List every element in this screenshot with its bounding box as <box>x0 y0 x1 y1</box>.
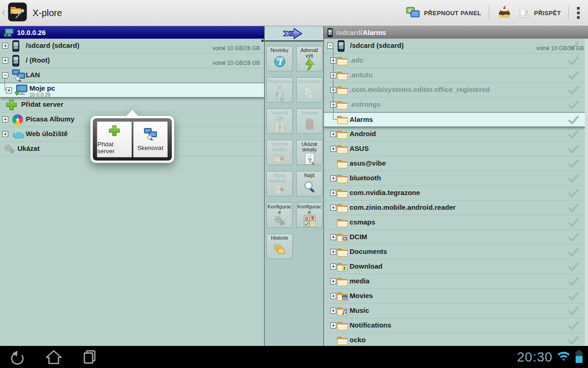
folder-icon <box>337 100 348 109</box>
expand-toggle[interactable]: + <box>330 146 336 152</box>
file-row[interactable]: +.estrongs <box>324 98 588 112</box>
expand-toggle[interactable]: + <box>2 131 8 137</box>
right-panel: /sdcard/Alarms −/sdcard (sdcard)volné 10… <box>324 26 588 346</box>
file-row[interactable]: +Documents <box>324 245 588 259</box>
tree-connector-line <box>333 119 337 120</box>
expand-toggle[interactable]: + <box>330 131 336 137</box>
file-row[interactable]: ocko <box>324 333 588 346</box>
toolbar-button-info[interactable]: Novinkyi <box>266 46 293 71</box>
expand-toggle[interactable]: + <box>330 293 336 299</box>
file-row[interactable]: +Android <box>324 127 588 142</box>
app-icon[interactable] <box>8 2 27 23</box>
left-panel: 10.0.0.26 +/sdcard (sdcard)volné 10 GB/2… <box>0 26 264 346</box>
sync-check-icon <box>567 85 580 97</box>
file-row[interactable]: +Movies <box>324 289 588 304</box>
file-row[interactable]: +bluetooth <box>324 171 588 186</box>
tree-row[interactable]: +/sdcard (sdcard)volné 10 GB/26 GB <box>0 39 264 53</box>
panel-direction-arrow-icon <box>282 27 306 40</box>
toolbar-button-history[interactable]: Historie <box>266 234 293 259</box>
right-panel-header[interactable]: /sdcard/Alarms <box>324 26 588 39</box>
sync-check-icon <box>567 276 580 288</box>
server-monitor-icon <box>3 28 14 37</box>
expand-toggle[interactable]: + <box>330 175 336 181</box>
expand-toggle[interactable]: + <box>6 87 12 93</box>
left-scrollbar-thumb[interactable] <box>261 40 264 42</box>
file-row[interactable]: +Notifications <box>324 318 588 333</box>
expand-toggle[interactable]: − <box>327 43 333 49</box>
folder-icon <box>337 276 348 286</box>
right-scrollbar-track[interactable] <box>585 39 588 346</box>
file-row[interactable]: +Music <box>324 304 588 318</box>
toolbar-button-details[interactable]: Ukázat detaily? <box>296 140 322 165</box>
expand-toggle[interactable]: + <box>330 205 336 211</box>
sync-check-icon <box>567 70 580 82</box>
popup-add-server-button[interactable]: Přidat server <box>97 121 132 157</box>
toolbar-button-up-arrow[interactable]: Adresář výš <box>296 46 322 71</box>
add-server-plus-icon <box>108 125 120 138</box>
file-row[interactable]: +ASUS <box>324 142 588 156</box>
expand-toggle[interactable]: + <box>2 58 8 63</box>
folder-icon <box>337 173 348 183</box>
expand-toggle[interactable]: + <box>330 308 336 314</box>
expand-toggle[interactable]: + <box>2 116 8 122</box>
file-row[interactable]: +media <box>324 274 588 289</box>
row-label: /sdcard (sdcard) <box>26 41 79 49</box>
expand-toggle[interactable]: + <box>330 190 336 196</box>
file-row[interactable]: csmaps <box>324 215 588 230</box>
row-label: Android <box>350 130 376 138</box>
popup-scan-button[interactable]: Skenovat <box>133 121 168 157</box>
nav-recents-button[interactable] <box>72 346 107 368</box>
back-chevron-icon[interactable]: ‹ <box>0 5 7 21</box>
toolbar-button-zip: Vytvořit ZIP <box>266 109 293 134</box>
left-panel-header[interactable]: 10.0.0.26 <box>0 26 264 39</box>
file-row[interactable]: +com.nvidia.tegrazone <box>324 186 588 201</box>
popup-body: Přidat server Skenovat <box>90 116 174 163</box>
donate-button[interactable]: PŘISPĚT <box>489 0 568 26</box>
file-row[interactable]: +DCIM <box>324 230 588 245</box>
copy-icon <box>304 87 316 99</box>
expand-toggle[interactable]: + <box>330 278 336 284</box>
toolbar-button-label: Vytvořit složku <box>267 141 292 152</box>
file-row[interactable]: +.adc <box>324 53 588 68</box>
expand-toggle[interactable]: + <box>330 249 336 255</box>
tree-row[interactable]: −LAN <box>0 68 264 83</box>
system-navigation-bar: 20:30 <box>0 346 588 368</box>
row-label: com.zinio.mobile.android.reader <box>350 203 456 211</box>
active-panel-indicator[interactable] <box>265 26 323 41</box>
file-row[interactable]: −/sdcard (sdcard)volné 10 GB/26 GB <box>324 39 588 53</box>
free-space-label: volné 10 GB/26 GB <box>537 45 584 52</box>
expand-toggle[interactable]: + <box>330 264 336 270</box>
nav-home-button[interactable] <box>36 346 72 368</box>
tree-row[interactable]: +/ (Root)volné 10 GB/26 GB <box>0 53 264 68</box>
nav-back-button[interactable] <box>0 346 36 368</box>
toolbar-button-config-grid[interactable]: Konfigurace <box>296 202 322 228</box>
row-label: Web úložiště <box>26 130 68 138</box>
toolbar-button-search[interactable]: Najít <box>296 171 322 196</box>
expand-toggle[interactable]: + <box>2 43 8 49</box>
switch-panel-button[interactable]: PŘEPNOUT PANEL <box>399 0 489 26</box>
gears-icon <box>273 215 286 226</box>
expand-toggle[interactable]: + <box>330 322 336 328</box>
toolbar-button-new-folder: Vytvořit složku <box>266 140 293 165</box>
tree-row[interactable]: +Moje pc10.0.0.26 <box>0 83 264 98</box>
toolbar-button-label: Konfigurace <box>297 204 322 215</box>
file-row[interactable]: +com.zinio.mobile.android.reader <box>324 201 588 215</box>
file-row[interactable]: Alarms <box>324 112 588 127</box>
expand-toggle[interactable]: + <box>330 234 336 240</box>
topbar-actions: PŘEPNOUT PANEL PŘISPĚT <box>399 0 588 26</box>
expand-toggle[interactable]: − <box>2 72 8 78</box>
overflow-menu-button[interactable] <box>569 0 588 26</box>
tree-connector-line <box>5 90 6 90</box>
sync-check-icon <box>567 115 580 126</box>
file-row[interactable]: asus@vibe <box>324 156 588 171</box>
middle-toolbar: NovinkyiAdresář výšPřejmenovatABKopírova… <box>264 26 324 346</box>
file-row[interactable]: +.antutu <box>324 68 588 83</box>
toolbar-button-trash: Smazat <box>296 109 322 134</box>
toolbar-button-label: Konfigurace <box>267 204 292 215</box>
picasa-icon <box>12 114 23 125</box>
folder-icon <box>337 247 348 257</box>
file-row[interactable]: +.com.mobisystems.editor.office_register… <box>324 83 588 98</box>
row-label: .antutu <box>350 71 373 79</box>
toolbar-button-gears[interactable]: Konfigurace <box>266 202 293 228</box>
file-row[interactable]: +Download <box>324 259 588 274</box>
